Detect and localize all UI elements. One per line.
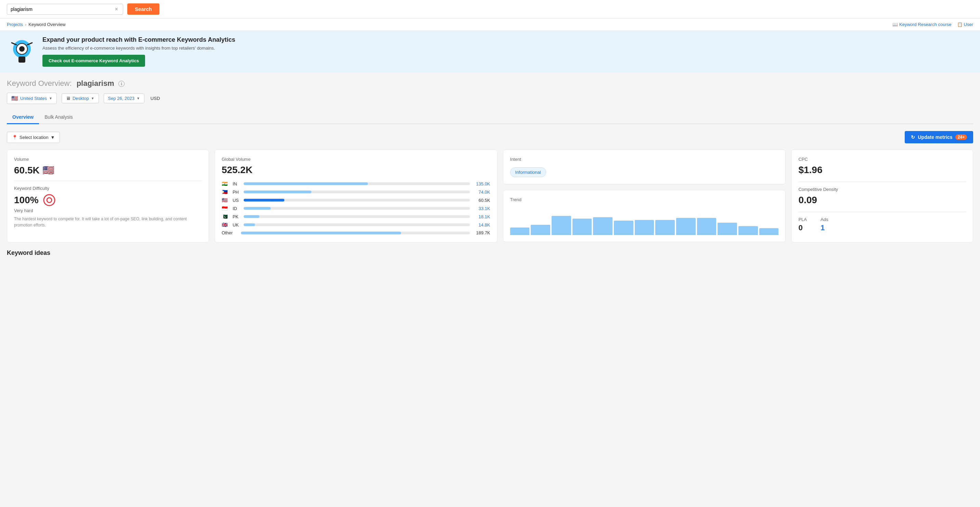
promo-illustration xyxy=(8,38,36,65)
flag-uk: 🇬🇧 xyxy=(222,222,230,227)
intent-trend-column: Intent Informational Trend xyxy=(503,149,786,243)
code-pk: PK xyxy=(233,214,241,219)
breadcrumb-projects[interactable]: Projects xyxy=(7,22,23,27)
country-filter[interactable]: 🇺🇸 United States ▼ xyxy=(7,93,57,104)
svg-point-6 xyxy=(44,195,55,206)
promo-title: Expand your product reach with E-commerc… xyxy=(43,36,972,43)
svg-point-2 xyxy=(19,46,25,52)
trend-bar-13 xyxy=(759,228,779,235)
trend-bar-12 xyxy=(738,226,758,235)
country-label: United States xyxy=(20,96,47,101)
location-placeholder: Select location xyxy=(19,135,49,140)
val-id: 33.1K xyxy=(473,206,490,211)
promo-content: Expand your product reach with E-commerc… xyxy=(43,36,972,67)
bar-other xyxy=(241,232,470,234)
device-icon: 🖥 xyxy=(66,96,70,101)
tab-bulk-analysis[interactable]: Bulk Analysis xyxy=(39,111,78,124)
volume-kd-card: Volume 60.5K 🇺🇸 Keyword Difficulty 100% … xyxy=(7,149,209,243)
date-label: Sep 26, 2023 xyxy=(108,96,134,101)
promo-subtitle: Assess the efficiency of e-commerce keyw… xyxy=(43,46,972,51)
flag-in: 🇮🇳 xyxy=(222,181,230,186)
bar-pk xyxy=(243,215,470,218)
val-uk: 14.8K xyxy=(473,223,490,227)
kd-description: The hardest keyword to compete for. It w… xyxy=(14,216,202,228)
date-dropdown-icon: ▼ xyxy=(137,97,140,100)
search-box: × xyxy=(7,4,123,15)
cards-grid: Volume 60.5K 🇺🇸 Keyword Difficulty 100% … xyxy=(7,149,973,243)
pla-ads-row: PLA 0 Ads 1 xyxy=(798,217,966,232)
update-badge: 24+ xyxy=(955,134,967,140)
svg-rect-3 xyxy=(19,56,25,63)
date-filter[interactable]: Sep 26, 2023 ▼ xyxy=(104,94,145,103)
cpc-label: CPC xyxy=(798,157,966,162)
breadcrumb-bar: Projects › Keyword Overview 📖 Keyword Re… xyxy=(0,19,980,31)
clear-icon[interactable]: × xyxy=(115,6,118,12)
code-us: US xyxy=(233,198,241,203)
kd-value: 100% xyxy=(14,194,202,207)
header: × Search xyxy=(0,0,980,19)
country-row-us: 🇺🇸 US 60.5K xyxy=(222,197,490,203)
device-dropdown-icon: ▼ xyxy=(91,97,94,100)
promo-banner: Expand your product reach with E-commerc… xyxy=(0,31,980,72)
intent-card: Intent Informational xyxy=(503,149,786,184)
country-dropdown-icon: ▼ xyxy=(49,97,52,100)
update-metrics-button[interactable]: ↻ Update metrics 24+ xyxy=(905,131,973,143)
search-button[interactable]: Search xyxy=(127,3,159,15)
val-other: 189.7K xyxy=(473,230,490,235)
flag-us: 🇺🇸 xyxy=(222,197,230,203)
flag-pk: 🇵🇰 xyxy=(222,214,230,219)
bar-us xyxy=(243,199,470,202)
pla-label: PLA xyxy=(798,217,807,222)
cpc-divider-1 xyxy=(798,182,966,182)
kd-status: Very hard xyxy=(14,208,202,213)
cpc-value: $1.96 xyxy=(798,165,966,175)
location-dropdown-icon: ▼ xyxy=(51,135,55,140)
intent-label: Intent xyxy=(510,157,779,162)
cpc-section: CPC $1.96 xyxy=(798,157,966,175)
kd-circle-icon xyxy=(43,194,56,207)
device-filter[interactable]: 🖥 Desktop ▼ xyxy=(62,94,99,103)
cpc-divider-2 xyxy=(798,212,966,212)
breadcrumb-current: Keyword Overview xyxy=(29,22,65,27)
country-row-in: 🇮🇳 IN 135.0K xyxy=(222,181,490,186)
info-icon[interactable]: ℹ xyxy=(118,81,124,87)
trend-bar-3 xyxy=(552,216,571,235)
svg-point-7 xyxy=(47,198,52,202)
user-link[interactable]: 📋 User xyxy=(957,22,973,27)
density-label: Competitive Density xyxy=(798,187,966,192)
other-label: Other xyxy=(222,230,238,235)
search-input[interactable] xyxy=(11,6,115,12)
country-row-id: 🇮🇩 ID 33.1K xyxy=(222,206,490,211)
location-update-row: 📍 Select location ▼ ↻ Update metrics 24+ xyxy=(7,131,973,143)
volume-flag: 🇺🇸 xyxy=(43,165,54,176)
trend-bar-7 xyxy=(635,220,654,235)
trend-bar-11 xyxy=(718,223,737,235)
update-label: Update metrics xyxy=(918,134,952,140)
val-ph: 74.0K xyxy=(473,189,490,195)
bar-uk xyxy=(243,223,470,226)
filters-row: 🇺🇸 United States ▼ 🖥 Desktop ▼ Sep 26, 2… xyxy=(7,93,973,104)
val-us: 60.5K xyxy=(473,198,490,203)
breadcrumb-right: 📖 Keyword Research course 📋 User xyxy=(892,22,973,27)
trend-chart xyxy=(510,208,779,235)
trend-card: Trend xyxy=(503,190,786,242)
code-uk: UK xyxy=(233,223,241,227)
kd-label: Keyword Difficulty xyxy=(14,186,202,191)
trend-bar-9 xyxy=(676,218,696,235)
keyword-research-link[interactable]: 📖 Keyword Research course xyxy=(892,22,951,27)
trend-bar-6 xyxy=(614,221,633,235)
global-volume-card: Global Volume 525.2K 🇮🇳 IN 135.0K 🇵🇭 PH … xyxy=(215,149,498,243)
pla-item: PLA 0 xyxy=(798,217,807,232)
location-button[interactable]: 📍 Select location ▼ xyxy=(7,132,60,143)
pin-icon: 📍 xyxy=(12,135,18,140)
breadcrumb-separator: › xyxy=(25,22,26,27)
device-label: Desktop xyxy=(73,96,89,101)
intent-badge: Informational xyxy=(510,167,546,177)
trend-bar-5 xyxy=(593,217,612,235)
currency-label: USD xyxy=(151,96,160,101)
promo-button[interactable]: Check out E-commerce Keyword Analytics xyxy=(43,55,145,67)
tab-overview[interactable]: Overview xyxy=(7,111,39,124)
density-value: 0.09 xyxy=(798,195,966,206)
global-volume-label: Global Volume xyxy=(222,157,490,162)
cpc-card: CPC $1.96 Competitive Density 0.09 PLA 0… xyxy=(791,149,973,243)
